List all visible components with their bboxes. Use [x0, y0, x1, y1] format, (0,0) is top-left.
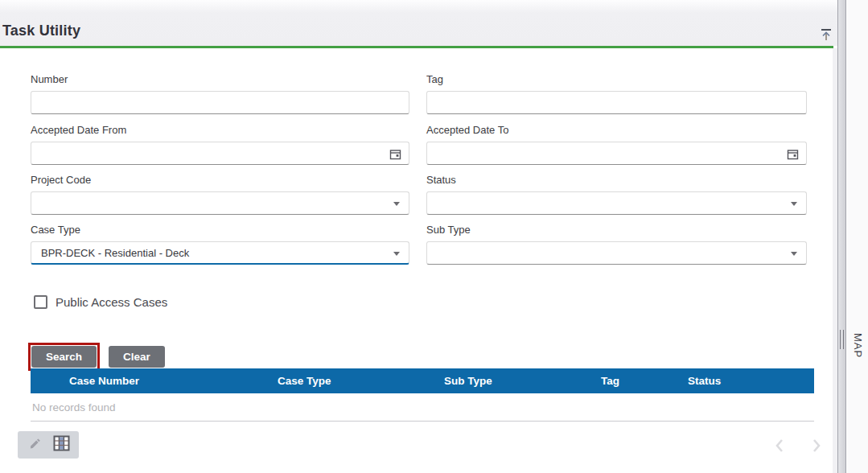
case-type-dropdown[interactable]: BPR-DECK - Residential - Deck	[31, 241, 409, 265]
field-accepted-date-from: Accepted Date From	[31, 124, 409, 165]
dropdown-caret-icon	[791, 252, 797, 256]
task-utility-window: Task Utility Number Tag Accepted Date Fr…	[0, 0, 868, 473]
splitter-grip-icon[interactable]	[840, 330, 844, 349]
edit-pencil-icon	[28, 437, 42, 454]
field-status: Status	[426, 174, 807, 215]
dropdown-caret-icon	[393, 252, 400, 256]
tag-input-box	[426, 91, 807, 114]
accepted-date-from-label: Accepted Date From	[31, 124, 409, 136]
column-header-status[interactable]: Status	[688, 368, 721, 393]
number-input-box	[31, 91, 409, 114]
page-title: Task Utility	[2, 23, 80, 39]
map-panel-tab[interactable]: MAP	[852, 333, 864, 358]
field-accepted-date-to: Accepted Date To	[426, 124, 807, 165]
column-header-tag[interactable]: Tag	[601, 368, 619, 393]
accepted-date-to-input[interactable]	[427, 142, 806, 164]
number-label: Number	[31, 73, 409, 85]
pager	[774, 438, 822, 454]
no-records-row: No records found	[31, 393, 814, 422]
public-access-cases-checkbox[interactable]	[34, 295, 47, 309]
map-panel-collapsed: MAP	[847, 0, 868, 473]
results-table-header: Case Number Case Type Sub Type Tag Statu…	[31, 368, 814, 393]
accepted-date-from-input[interactable]	[31, 142, 409, 164]
grid-view-button[interactable]	[52, 435, 72, 454]
grid-view-icon	[53, 435, 70, 454]
calendar-icon[interactable]	[787, 148, 799, 163]
accepted-date-from-box	[31, 142, 409, 165]
next-page-icon[interactable]	[811, 438, 822, 454]
project-code-dropdown[interactable]	[31, 191, 409, 215]
accepted-date-to-box	[426, 142, 807, 165]
column-header-sub-type[interactable]: Sub Type	[444, 368, 492, 393]
status-label: Status	[426, 174, 807, 186]
no-records-message: No records found	[32, 401, 116, 413]
field-case-type: Case Type BPR-DECK - Residential - Deck	[31, 224, 409, 265]
accepted-date-to-label: Accepted Date To	[426, 124, 807, 136]
status-dropdown[interactable]	[426, 191, 807, 215]
column-header-case-type[interactable]: Case Type	[278, 368, 331, 393]
tag-label: Tag	[426, 73, 807, 85]
dropdown-caret-icon	[393, 202, 400, 206]
grid-toolbar	[18, 431, 79, 459]
collapse-top-icon	[820, 31, 833, 44]
prev-page-icon[interactable]	[774, 438, 785, 454]
field-number: Number	[31, 73, 409, 114]
public-access-cases-row: Public Access Cases	[34, 295, 167, 309]
public-access-cases-label: Public Access Cases	[56, 295, 167, 309]
number-input[interactable]	[31, 92, 409, 113]
project-code-label: Project Code	[31, 174, 409, 186]
calendar-icon[interactable]	[389, 148, 401, 163]
collapse-panel-button[interactable]	[820, 28, 833, 42]
edit-button[interactable]	[25, 435, 44, 454]
field-project-code: Project Code	[31, 174, 409, 215]
case-type-value: BPR-DECK - Residential - Deck	[31, 247, 189, 259]
field-tag: Tag	[426, 73, 807, 114]
title-band: Task Utility	[0, 0, 837, 46]
clear-button[interactable]: Clear	[109, 346, 165, 368]
search-button-highlight: Search	[28, 343, 100, 371]
sub-type-label: Sub Type	[426, 224, 807, 236]
title-accent-rule	[0, 46, 833, 48]
sub-type-dropdown[interactable]	[426, 241, 807, 265]
field-sub-type: Sub Type	[426, 224, 807, 265]
column-header-case-number[interactable]: Case Number	[69, 368, 139, 393]
tag-input[interactable]	[427, 92, 806, 113]
case-type-label: Case Type	[31, 224, 409, 236]
panel-splitter[interactable]	[837, 0, 846, 473]
search-button[interactable]: Search	[31, 346, 97, 368]
dropdown-caret-icon	[791, 202, 797, 206]
